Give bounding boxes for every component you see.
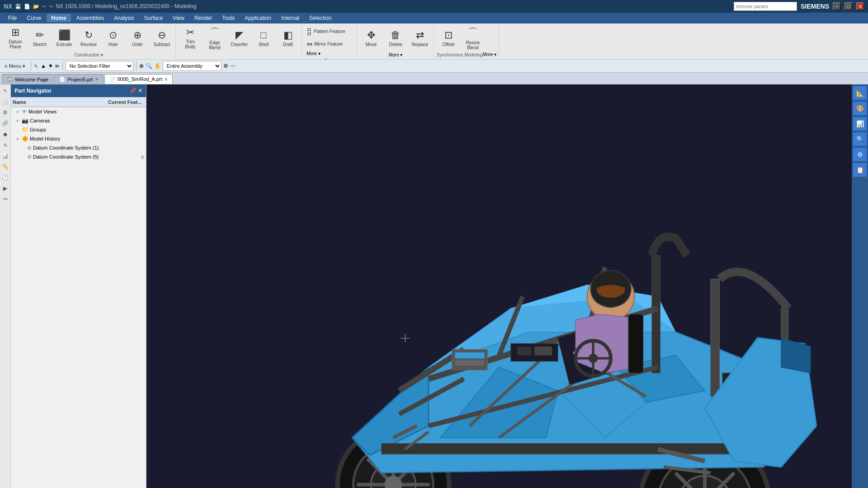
expand-cameras[interactable]: +	[16, 118, 22, 123]
menubar: File Curve Home Assemblies Analysis Surf…	[0, 13, 868, 23]
tab-simrod-close[interactable]: ✕	[164, 77, 168, 82]
unite-button[interactable]: ⊕ Unite	[126, 25, 149, 51]
dots-icon[interactable]: ⋯	[230, 63, 236, 69]
tab-project5-icon: 📄	[59, 76, 66, 82]
tab-welcome[interactable]: 🏠 Welcome Page	[2, 74, 53, 84]
menu-surface[interactable]: Surface	[140, 14, 167, 22]
move-button[interactable]: ✥ Move	[359, 25, 383, 51]
revolve-button[interactable]: ↻ Revolve	[77, 25, 100, 51]
edge-blend-button[interactable]: ⌒ EdgeBlend	[203, 25, 226, 51]
search-input[interactable]	[734, 2, 797, 11]
move-more-button[interactable]: More ▾	[359, 52, 432, 57]
resource-btn-2[interactable]: 🎨	[853, 102, 867, 115]
replace-button[interactable]: ⇄ Replace	[408, 25, 432, 51]
menu-selection[interactable]: Selection	[305, 14, 336, 22]
side-icon-part[interactable]: ⬜	[1, 97, 10, 106]
extrude-button[interactable]: ⬛ Extrude	[52, 25, 76, 51]
menu-internal[interactable]: Internal	[277, 14, 304, 22]
save-as-icon[interactable]: 📄	[24, 4, 30, 9]
menu-view[interactable]: View	[168, 14, 189, 22]
side-icon-motion[interactable]: ▶	[1, 184, 10, 193]
panel-pin-icon[interactable]: 📌	[129, 88, 136, 94]
up-arrow-icon[interactable]: ▲	[41, 63, 46, 69]
pan-icon[interactable]: ✋	[154, 63, 161, 69]
side-icon-constraint[interactable]: 🔗	[1, 119, 10, 128]
resize-blend-button[interactable]: ⌒ ResizeBlend	[461, 25, 485, 51]
model-history-icon: 🔶	[22, 136, 28, 142]
sketch-button[interactable]: ✏ Sketch	[28, 25, 52, 51]
delete-button[interactable]: 🗑 Delete	[384, 25, 407, 51]
tree-item-datum-coord-5[interactable]: ⊕ Datum Coordinate System (5) ⊞	[11, 152, 146, 161]
datum-plane-button[interactable]: ⊞ DatumPlane	[4, 25, 27, 51]
tab-project5-close[interactable]: ✕	[95, 77, 99, 82]
offset-button[interactable]: ⊡ Offset	[437, 25, 460, 51]
snap-icon[interactable]: ⊕	[139, 63, 144, 69]
menu-file[interactable]: File	[4, 14, 21, 22]
resource-btn-1[interactable]: 📐	[853, 86, 867, 100]
close-button[interactable]: ✕	[856, 2, 864, 10]
menu-curve[interactable]: Curve	[22, 14, 46, 22]
side-icon-history[interactable]: 🕐	[1, 173, 10, 182]
tree-item-groups[interactable]: 📁 Groups	[11, 125, 146, 134]
tree-header: Name Current Feat...	[11, 97, 146, 107]
side-icon-assembly[interactable]: ⚙	[1, 108, 10, 117]
resource-btn-4[interactable]: 🔍	[853, 132, 867, 146]
resource-btn-6[interactable]: 📋	[853, 163, 867, 177]
maximize-button[interactable]: □	[844, 2, 853, 10]
menu-tools[interactable]: Tools	[217, 14, 239, 22]
save-icon[interactable]: 💾	[15, 4, 21, 9]
hole-button[interactable]: ⊙ Hole	[101, 25, 125, 51]
tree-item-cameras[interactable]: + 📷 Cameras	[11, 116, 146, 125]
push-icon[interactable]: ⊳	[55, 63, 60, 69]
selection-filter-select[interactable]: No Selection Filter Feature Body Face Ed…	[66, 61, 133, 71]
tree-item-model-history[interactable]: + 🔶 Model History	[11, 134, 146, 143]
svg-rect-55	[517, 347, 532, 356]
viewport[interactable]	[146, 84, 852, 488]
resource-btn-5[interactable]: ⚙	[853, 148, 867, 161]
assembly-select[interactable]: Entire Assembly Within Work Part	[163, 61, 222, 71]
expand-model-history[interactable]: +	[16, 136, 22, 141]
move-group: ✥ Move 🗑 Delete ⇄ Replace More ▾	[358, 24, 434, 58]
menu-analysis[interactable]: Analysis	[109, 14, 139, 22]
side-icon-feature[interactable]: ◆	[1, 130, 10, 139]
siemens-logo: SIEMENS	[801, 3, 829, 10]
tab-project5[interactable]: 📄 Project5.prt ✕	[54, 74, 103, 84]
side-icon-select[interactable]: ↖	[1, 86, 10, 95]
zoom-icon[interactable]: 🔍	[146, 63, 152, 69]
expand-model-views[interactable]: +	[16, 109, 22, 114]
minimize-button[interactable]: ─	[833, 2, 841, 10]
side-icon-wave[interactable]: 〜	[1, 195, 10, 204]
side-icon-measure[interactable]: 📏	[1, 162, 10, 171]
resource-btn-3[interactable]: 📊	[853, 117, 867, 131]
tab-simrod[interactable]: 📄 0000_SimRod_A.prt ✕	[104, 74, 173, 84]
trim-body-button[interactable]: ✂ TrimBody	[179, 25, 202, 51]
tree-item-datum-coord-1[interactable]: ⊕ Datum Coordinate System (1)	[11, 143, 146, 152]
mirror-feature-button[interactable]: ⇔ Mirror Feature	[305, 38, 354, 50]
tab-welcome-icon: 🏠	[7, 76, 13, 82]
offset-icon: ⊡	[444, 29, 453, 41]
menu-render[interactable]: Render	[190, 14, 217, 22]
tree-item-model-views[interactable]: + 👁 Model Views	[11, 107, 146, 116]
menu-application[interactable]: Application	[240, 14, 276, 22]
subtract-button[interactable]: ⊖ Subtract	[150, 25, 174, 51]
open-icon[interactable]: 📂	[33, 4, 39, 9]
sync-more-button[interactable]: More ▾	[483, 52, 497, 57]
draft-button[interactable]: ◧ Draft	[276, 25, 300, 51]
menu-assemblies[interactable]: Assemblies	[72, 14, 108, 22]
svg-rect-59	[455, 360, 485, 366]
gear-icon[interactable]: ⚙	[223, 63, 228, 69]
menu-home[interactable]: Home	[47, 14, 71, 22]
undo-icon[interactable]: ↩	[42, 4, 46, 9]
menu-dropdown-button[interactable]: ≡ Menu ▾	[2, 61, 28, 71]
side-icon-curve[interactable]: ∿	[1, 141, 10, 150]
pattern-feature-button[interactable]: ⣿ Pattern Feature	[305, 25, 354, 37]
shell-button[interactable]: □ Shell	[252, 25, 275, 51]
tree-col-feat: Current Feat...	[108, 99, 144, 105]
down-arrow-icon[interactable]: ▼	[48, 63, 53, 69]
panel-close-icon[interactable]: ✕	[138, 88, 142, 94]
datum-5-extra-icon: ⊞	[141, 155, 144, 160]
chamfer-button[interactable]: ◤ Chamfer	[227, 25, 251, 51]
side-icon-analysis[interactable]: 📊	[1, 151, 10, 160]
pattern-more-button[interactable]: More ▾	[305, 51, 354, 56]
redo-icon[interactable]: ↪	[49, 4, 53, 9]
